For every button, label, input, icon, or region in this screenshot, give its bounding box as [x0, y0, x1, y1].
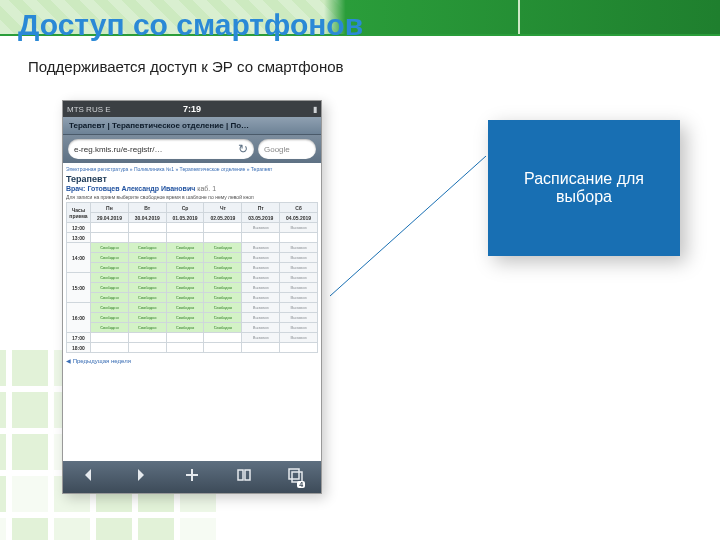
slot-free[interactable]: Свободно [204, 263, 242, 273]
slot-free[interactable]: Свободно [91, 323, 129, 333]
tabs-button[interactable]: 4 [287, 467, 303, 487]
slot-free[interactable]: Свободно [166, 313, 204, 323]
slot-free[interactable]: Свободно [128, 273, 166, 283]
hint-text: Для записи на прием выберите свободное в… [66, 194, 318, 200]
slot-empty [280, 233, 318, 243]
bookmarks-button[interactable] [236, 467, 252, 487]
callout-box: Расписание для выбора [488, 120, 680, 256]
search-input[interactable]: Google [258, 139, 316, 159]
slot-free[interactable]: Свободно [91, 303, 129, 313]
slot-blocked: Вызовов [242, 223, 280, 233]
slot-free[interactable]: Свободно [204, 273, 242, 283]
slot-free[interactable]: Свободно [128, 313, 166, 323]
slot-free[interactable]: Свободно [166, 253, 204, 263]
slot-blocked: Вызовов [280, 253, 318, 263]
date-header: 04.05.2019 [280, 213, 318, 223]
slot-free[interactable]: Свободно [204, 283, 242, 293]
slot-blocked: Вызовов [280, 303, 318, 313]
date-header: 02.05.2019 [204, 213, 242, 223]
slide-title: Доступ со смартфонов [18, 8, 363, 42]
slot-free[interactable]: Свободно [91, 243, 129, 253]
table-row: СвободноСвободноСвободноСвободноВызововВ… [67, 313, 318, 323]
slot-free[interactable]: Свободно [166, 283, 204, 293]
time-cell: 17:00 [67, 333, 91, 343]
slot-empty [128, 233, 166, 243]
slot-empty [280, 343, 318, 353]
table-row: СвободноСвободноСвободноСвободноВызововВ… [67, 323, 318, 333]
search-placeholder: Google [264, 145, 290, 154]
reload-icon[interactable]: ↻ [238, 142, 248, 156]
forward-button[interactable] [132, 467, 148, 487]
slot-free[interactable]: Свободно [91, 263, 129, 273]
date-header: 30.04.2019 [128, 213, 166, 223]
slot-empty [204, 223, 242, 233]
table-row: СвободноСвободноСвободноСвободноВызововВ… [67, 253, 318, 263]
slot-blocked: Вызовов [280, 283, 318, 293]
callout-connector [330, 156, 486, 306]
slot-free[interactable]: Свободно [166, 303, 204, 313]
table-row: 17:00ВызововВызовов [67, 333, 318, 343]
slot-blocked: Вызовов [242, 273, 280, 283]
prev-week-link[interactable]: ◀ Предыдущая неделя [66, 357, 131, 364]
day-header: Пт [242, 203, 280, 213]
slot-free[interactable]: Свободно [166, 243, 204, 253]
back-button[interactable] [81, 467, 97, 487]
time-cell: 12:00 [67, 223, 91, 233]
add-button[interactable] [184, 467, 200, 487]
slot-free[interactable]: Свободно [128, 253, 166, 263]
slot-blocked: Вызовов [242, 283, 280, 293]
slot-free[interactable]: Свободно [204, 293, 242, 303]
slot-blocked: Вызовов [242, 293, 280, 303]
slot-blocked: Вызовов [242, 253, 280, 263]
browser-tab-title: Терапевт | Терапевтическое отделение | П… [63, 117, 321, 135]
slot-free[interactable]: Свободно [128, 323, 166, 333]
slot-free[interactable]: Свободно [91, 253, 129, 263]
status-time: 7:19 [183, 104, 201, 114]
slot-free[interactable]: Свободно [204, 253, 242, 263]
tab-count-badge: 4 [297, 481, 305, 488]
slot-blocked: Вызовов [242, 263, 280, 273]
slot-free[interactable]: Свободно [91, 273, 129, 283]
slot-blocked: Вызовов [280, 323, 318, 333]
slot-blocked: Вызовов [280, 293, 318, 303]
time-header: Часы приема [67, 203, 91, 223]
slot-free[interactable]: Свободно [91, 313, 129, 323]
slot-free[interactable]: Свободно [128, 243, 166, 253]
table-row: 18:00 [67, 343, 318, 353]
date-header: 01.05.2019 [166, 213, 204, 223]
specialty-heading: Терапевт [66, 174, 318, 184]
time-cell: 18:00 [67, 343, 91, 353]
slot-free[interactable]: Свободно [91, 293, 129, 303]
table-row: СвободноСвободноСвободноСвободноВызововВ… [67, 283, 318, 293]
breadcrumb[interactable]: Электронная регистратура » Поликлиника №… [66, 166, 318, 172]
slot-empty [91, 343, 129, 353]
slot-free[interactable]: Свободно [128, 283, 166, 293]
table-row: 16:00СвободноСвободноСвободноСвободноВыз… [67, 303, 318, 313]
slot-free[interactable]: Свободно [204, 313, 242, 323]
slot-free[interactable]: Свободно [128, 263, 166, 273]
time-cell: 15:00 [67, 273, 91, 303]
url-input[interactable]: e-reg.kmis.ru/e-registr/… ↻ [68, 139, 254, 159]
table-row: 12:00ВызововВызовов [67, 223, 318, 233]
svg-line-0 [330, 156, 486, 296]
time-cell: 14:00 [67, 243, 91, 273]
slot-free[interactable]: Свободно [166, 263, 204, 273]
table-row: 14:00СвободноСвободноСвободноСвободноВыз… [67, 243, 318, 253]
slot-empty [91, 233, 129, 243]
carrier-label: MTS RUS E [67, 105, 111, 114]
status-bar: MTS RUS E 7:19 ▮ [63, 101, 321, 117]
slot-empty [166, 223, 204, 233]
slot-empty [91, 333, 129, 343]
slot-free[interactable]: Свободно [204, 243, 242, 253]
slot-blocked: Вызовов [280, 223, 318, 233]
slot-free[interactable]: Свободно [166, 323, 204, 333]
slot-empty [204, 233, 242, 243]
slot-free[interactable]: Свободно [204, 323, 242, 333]
slot-free[interactable]: Свободно [166, 273, 204, 283]
slot-free[interactable]: Свободно [166, 293, 204, 303]
slot-free[interactable]: Свободно [128, 303, 166, 313]
slot-free[interactable]: Свободно [128, 293, 166, 303]
slot-blocked: Вызовов [242, 303, 280, 313]
slot-free[interactable]: Свободно [91, 283, 129, 293]
slot-free[interactable]: Свободно [204, 303, 242, 313]
